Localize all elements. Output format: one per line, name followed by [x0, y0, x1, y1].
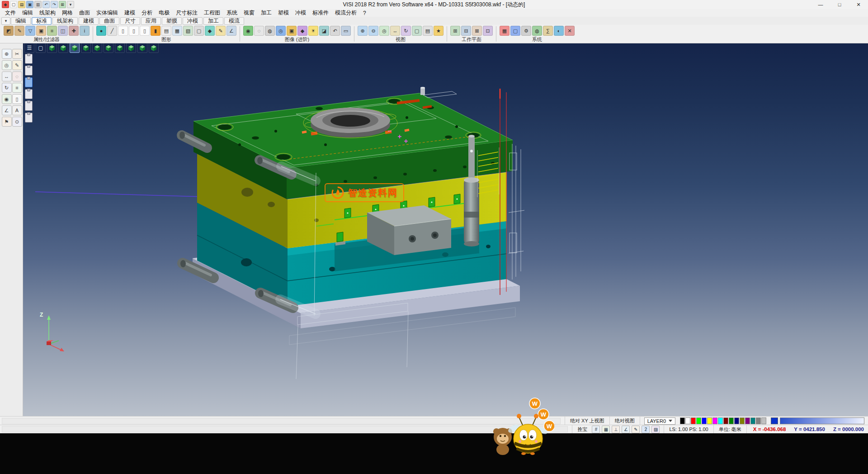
- menu-item-12[interactable]: 视窗: [241, 9, 258, 17]
- menu-item-5[interactable]: 实体编辑: [93, 9, 121, 17]
- prompt-slot-1-icon[interactable]: [25, 54, 33, 64]
- sketch-icon[interactable]: ✎: [216, 26, 226, 36]
- palette-color-0[interactable]: [680, 417, 685, 424]
- tab-建模[interactable]: 建模: [79, 17, 99, 25]
- menu-item-9[interactable]: 尺寸标注: [173, 9, 201, 17]
- palette-color-6[interactable]: [712, 417, 717, 424]
- open-file-icon[interactable]: ▤: [18, 1, 25, 8]
- tab-模流[interactable]: 模流: [224, 17, 244, 25]
- rotate-view-icon[interactable]: ↻: [401, 26, 411, 36]
- pan-icon[interactable]: ↔: [390, 26, 400, 36]
- menu-item-18[interactable]: ?: [360, 9, 369, 17]
- zoom-out-icon[interactable]: ⊖: [368, 26, 378, 36]
- palette-color-14[interactable]: [756, 417, 761, 424]
- new-file-icon[interactable]: ▢: [10, 1, 17, 8]
- camera-icon[interactable]: ▢: [194, 26, 204, 36]
- trim-icon[interactable]: ✂: [12, 49, 22, 59]
- tab-加工[interactable]: 加工: [203, 17, 223, 25]
- menu-item-17[interactable]: 模流分析: [332, 9, 360, 17]
- menu-item-7[interactable]: 分析: [138, 9, 156, 17]
- view-iso4-icon[interactable]: [149, 43, 159, 53]
- flag-icon[interactable]: ⚑: [2, 117, 12, 127]
- text-tool-icon[interactable]: A: [12, 105, 22, 115]
- ortho-icon[interactable]: ⊥: [612, 426, 620, 433]
- prompt-slot-4-icon[interactable]: [25, 89, 33, 99]
- profile-selected-icon[interactable]: ▮: [151, 26, 160, 36]
- paint-icon[interactable]: ◆: [205, 26, 215, 36]
- workplane-3pt-icon[interactable]: ⊠: [472, 26, 482, 36]
- palette-color-12[interactable]: [745, 417, 750, 424]
- exit-icon[interactable]: ✕: [565, 26, 575, 36]
- light-icon[interactable]: ☀: [308, 26, 318, 36]
- zoom-in-icon[interactable]: ⊕: [358, 26, 368, 36]
- depth-gradient-bar[interactable]: [780, 417, 864, 424]
- filter-layer-icon[interactable]: ≡: [47, 26, 57, 36]
- palette-color-4[interactable]: [702, 417, 707, 424]
- layers-icon[interactable]: ≡: [12, 83, 22, 93]
- tab-尺寸[interactable]: 尺寸: [120, 17, 140, 25]
- palette-color-15[interactable]: [761, 417, 766, 424]
- shade-icon[interactable]: ◉: [2, 94, 12, 104]
- photo-render-icon[interactable]: ▣: [287, 26, 297, 36]
- material-icon[interactable]: ◆: [297, 26, 307, 36]
- rotate-tool-icon[interactable]: ↻: [2, 83, 12, 93]
- palette-color-9[interactable]: [729, 417, 734, 424]
- save-icon[interactable]: ▣: [26, 1, 33, 8]
- menu-item-11[interactable]: 系统: [223, 9, 241, 17]
- menu-item-4[interactable]: 曲面: [76, 9, 93, 17]
- menu-item-6[interactable]: 建模: [121, 9, 138, 17]
- menu-item-14[interactable]: 塑模: [275, 9, 292, 17]
- view-toolbar-menu-icon[interactable]: ☰: [24, 43, 34, 53]
- view-iso-icon[interactable]: [47, 43, 57, 53]
- dynamic-view-icon[interactable]: ◎: [276, 26, 286, 36]
- previous-image-icon[interactable]: ↶: [330, 26, 340, 36]
- shaded-view-icon[interactable]: ◉: [243, 26, 253, 36]
- workplane-view-icon[interactable]: ⊡: [483, 26, 493, 36]
- zoom-fit-icon[interactable]: ◎: [379, 26, 389, 36]
- tab-应用[interactable]: 应用: [141, 17, 161, 25]
- filter-color-icon[interactable]: ▣: [36, 26, 46, 36]
- sketch-tool-icon[interactable]: ✎: [12, 60, 22, 70]
- solid-icon[interactable]: ▧: [183, 26, 193, 36]
- quick-select-icon[interactable]: ✚: [69, 26, 79, 36]
- view-cube-icon[interactable]: ▢: [412, 26, 422, 36]
- active-color-chip[interactable]: [771, 417, 778, 424]
- prompt-slot-2-icon[interactable]: [25, 66, 33, 76]
- menu-item-3[interactable]: 网格: [59, 9, 76, 17]
- qat-dropdown-icon[interactable]: ▾: [67, 1, 74, 8]
- view-right-icon[interactable]: [104, 43, 113, 53]
- palette-color-8[interactable]: [723, 417, 728, 424]
- workplane-quick-icon[interactable]: ⊞: [59, 1, 66, 8]
- tab-冲模[interactable]: 冲模: [183, 17, 203, 25]
- palette-color-2[interactable]: [691, 417, 696, 424]
- snap-label[interactable]: 拴宝: [577, 426, 587, 433]
- calculator-icon[interactable]: ∑: [543, 26, 553, 36]
- grid-icon[interactable]: ▦: [602, 426, 610, 433]
- palette-icon[interactable]: ▨: [651, 426, 660, 433]
- menu-item-1[interactable]: 编辑: [19, 9, 36, 17]
- menu-item-16[interactable]: 标准件: [309, 9, 332, 17]
- selection-mask-icon[interactable]: ◫: [58, 26, 68, 36]
- element-info-icon[interactable]: i: [80, 26, 90, 36]
- menu-item-2[interactable]: 线架构: [36, 9, 59, 17]
- maximize-button[interactable]: □: [830, 0, 849, 9]
- view-mode-label[interactable]: 绝对视图: [615, 417, 635, 424]
- dimension-icon[interactable]: ∠: [2, 105, 12, 115]
- view-top-icon[interactable]: [58, 43, 68, 53]
- measure-icon[interactable]: ∠: [226, 26, 236, 36]
- snap-icon[interactable]: ◎: [2, 60, 12, 70]
- print-icon[interactable]: ▥: [34, 1, 42, 8]
- prompt-slot-3-icon[interactable]: [25, 77, 33, 87]
- palette-color-11[interactable]: [740, 417, 745, 424]
- filter-elements-icon[interactable]: ▽: [25, 26, 35, 36]
- menu-item-8[interactable]: 电极: [156, 9, 173, 17]
- workplane-xy-icon[interactable]: ⊞: [450, 26, 460, 36]
- redo-icon[interactable]: ↷: [51, 1, 58, 8]
- profile-2-icon[interactable]: ▯: [129, 26, 139, 36]
- prompt-slot-5-icon[interactable]: [25, 101, 33, 111]
- palette-color-5[interactable]: [707, 417, 712, 424]
- edit-mode-icon[interactable]: ✎: [632, 426, 640, 433]
- profile-tool-icon[interactable]: ▯: [12, 94, 22, 104]
- monitor-icon[interactable]: ▢: [510, 26, 520, 36]
- capture-icon[interactable]: ▭: [341, 26, 351, 36]
